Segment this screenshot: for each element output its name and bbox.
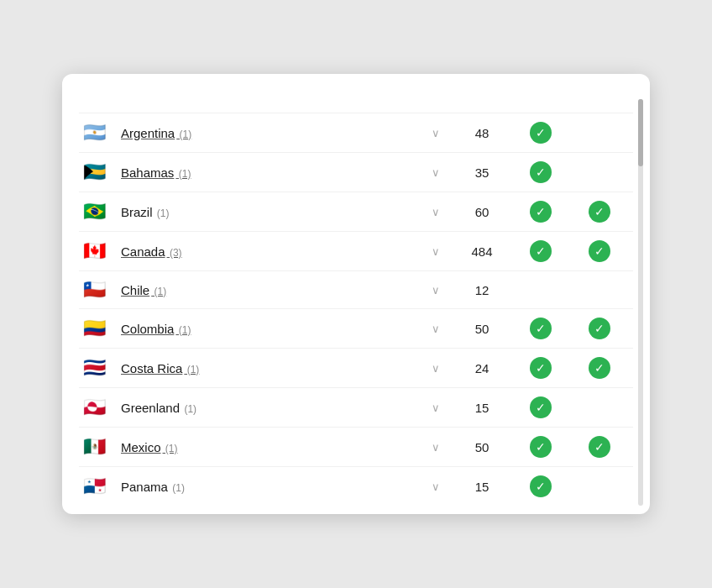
located-check-brazil: ✓ bbox=[589, 201, 610, 223]
country-cell-costa-rica: 🇨🇷Costa Rica (1) bbox=[79, 349, 423, 388]
country-cell-canada: 🇨🇦Canada (3) bbox=[79, 232, 423, 271]
city-count-bahamas: (1) bbox=[175, 168, 191, 180]
table-row: 🇧🇷Brazil (1)∨60✓✓ bbox=[79, 192, 633, 232]
flag-argentina: 🇦🇷 bbox=[79, 123, 109, 143]
p2p-costa-rica: ✓ bbox=[516, 349, 566, 388]
country-label-argentina: Argentina bbox=[121, 126, 175, 140]
p2p-chile bbox=[516, 271, 566, 309]
country-name-bahamas[interactable]: Bahamas (1) bbox=[121, 165, 191, 180]
table-row: 🇲🇽Mexico (1)∨50✓✓ bbox=[79, 428, 633, 467]
country-label-panama: Panama bbox=[121, 480, 168, 494]
chevron-canada[interactable]: ∨ bbox=[423, 232, 448, 271]
p2p-check-brazil: ✓ bbox=[530, 201, 552, 223]
p2p-bahamas: ✓ bbox=[516, 153, 566, 192]
country-cell-argentina: 🇦🇷Argentina (1) bbox=[79, 113, 423, 153]
located-check-canada: ✓ bbox=[589, 240, 610, 262]
flag-mexico: 🇲🇽 bbox=[79, 437, 109, 457]
city-count-costa-rica: (1) bbox=[184, 364, 199, 375]
country-cell-brazil: 🇧🇷Brazil (1) bbox=[79, 192, 423, 232]
country-label-mexico: Mexico bbox=[121, 440, 161, 454]
country-label-bahamas: Bahamas bbox=[121, 165, 174, 180]
table-row: 🇦🇷Argentina (1)∨48✓ bbox=[79, 113, 633, 153]
chevron-greenland[interactable]: ∨ bbox=[423, 388, 448, 428]
country-name-chile[interactable]: Chile (1) bbox=[121, 283, 166, 297]
table-wrapper: 🇦🇷Argentina (1)∨48✓🇧🇸Bahamas (1)∨35✓🇧🇷Br… bbox=[62, 99, 650, 506]
p2p-canada: ✓ bbox=[516, 232, 566, 271]
p2p-check-mexico: ✓ bbox=[530, 436, 552, 458]
table-row: 🇨🇱Chile (1)∨12 bbox=[79, 271, 633, 309]
servers-costa-rica: 24 bbox=[448, 349, 516, 388]
located-bahamas bbox=[566, 153, 633, 192]
p2p-check-costa-rica: ✓ bbox=[530, 357, 552, 379]
chevron-argentina[interactable]: ∨ bbox=[423, 113, 448, 153]
country-name-colombia[interactable]: Colombia (1) bbox=[121, 322, 191, 336]
located-canada: ✓ bbox=[566, 232, 633, 271]
header-servers bbox=[448, 99, 516, 113]
country-name-costa-rica[interactable]: Costa Rica (1) bbox=[121, 361, 199, 375]
p2p-check-canada: ✓ bbox=[530, 240, 552, 262]
city-count-colombia: (1) bbox=[175, 324, 191, 336]
located-check-colombia: ✓ bbox=[589, 318, 610, 339]
flag-bahamas: 🇧🇸 bbox=[79, 162, 109, 182]
country-label-canada: Canada bbox=[121, 244, 165, 259]
country-label-brazil: Brazil bbox=[121, 205, 153, 219]
p2p-mexico: ✓ bbox=[516, 428, 566, 467]
servers-canada: 484 bbox=[448, 232, 516, 271]
flag-canada: 🇨🇦 bbox=[79, 241, 109, 261]
located-check-mexico: ✓ bbox=[589, 436, 610, 458]
flag-costa-rica: 🇨🇷 bbox=[79, 358, 109, 378]
chevron-brazil[interactable]: ∨ bbox=[423, 192, 448, 232]
located-costa-rica: ✓ bbox=[566, 349, 633, 388]
p2p-argentina: ✓ bbox=[516, 113, 566, 153]
p2p-brazil: ✓ bbox=[516, 192, 566, 232]
table-row: 🇨🇴Colombia (1)∨50✓✓ bbox=[79, 309, 633, 349]
city-count-chile: (1) bbox=[151, 286, 166, 297]
p2p-check-colombia: ✓ bbox=[530, 318, 552, 339]
servers-bahamas: 35 bbox=[448, 153, 516, 192]
p2p-check-argentina: ✓ bbox=[530, 122, 552, 144]
city-count-argentina: (1) bbox=[176, 129, 191, 140]
servers-colombia: 50 bbox=[448, 309, 516, 349]
country-name-canada[interactable]: Canada (3) bbox=[121, 244, 182, 259]
city-count-canada: (3) bbox=[167, 247, 182, 259]
main-card: 🇦🇷Argentina (1)∨48✓🇧🇸Bahamas (1)∨35✓🇧🇷Br… bbox=[62, 74, 650, 514]
header-chevron-spacer bbox=[423, 99, 448, 113]
header-p2p bbox=[516, 99, 566, 113]
country-cell-colombia: 🇨🇴Colombia (1) bbox=[79, 309, 423, 349]
scrollbar-thumb[interactable] bbox=[638, 99, 643, 166]
chevron-mexico[interactable]: ∨ bbox=[423, 428, 448, 467]
city-count-brazil: (1) bbox=[154, 207, 170, 219]
chevron-panama[interactable]: ∨ bbox=[423, 467, 448, 507]
servers-brazil: 60 bbox=[448, 192, 516, 232]
chevron-colombia[interactable]: ∨ bbox=[423, 309, 448, 349]
located-mexico: ✓ bbox=[566, 428, 633, 467]
country-name-mexico[interactable]: Mexico (1) bbox=[121, 440, 178, 454]
servers-mexico: 50 bbox=[448, 428, 516, 467]
p2p-panama: ✓ bbox=[516, 467, 566, 507]
p2p-greenland: ✓ bbox=[516, 388, 566, 428]
chevron-costa-rica[interactable]: ∨ bbox=[423, 349, 448, 388]
scrollbar-track bbox=[638, 99, 643, 506]
located-chile bbox=[566, 271, 633, 309]
country-label-greenland: Greenland bbox=[121, 401, 180, 415]
p2p-check-greenland: ✓ bbox=[530, 396, 552, 418]
servers-panama: 15 bbox=[448, 467, 516, 507]
header-located bbox=[566, 99, 633, 113]
country-cell-mexico: 🇲🇽Mexico (1) bbox=[79, 428, 423, 467]
flag-chile: 🇨🇱 bbox=[79, 280, 109, 300]
country-name-brazil: Brazil (1) bbox=[121, 205, 170, 219]
p2p-check-panama: ✓ bbox=[530, 475, 552, 497]
country-cell-panama: 🇵🇦Panama (1) bbox=[79, 467, 423, 507]
chevron-chile[interactable]: ∨ bbox=[423, 271, 448, 309]
country-label-colombia: Colombia bbox=[121, 322, 174, 336]
table-row: 🇵🇦Panama (1)∨15✓ bbox=[79, 467, 633, 507]
country-cell-greenland: 🇬🇱Greenland (1) bbox=[79, 388, 423, 428]
country-name-argentina[interactable]: Argentina (1) bbox=[121, 126, 191, 140]
flag-brazil: 🇧🇷 bbox=[79, 202, 109, 222]
table-row: 🇨🇦Canada (3)∨484✓✓ bbox=[79, 232, 633, 271]
chevron-bahamas[interactable]: ∨ bbox=[423, 153, 448, 192]
country-label-costa-rica: Costa Rica bbox=[121, 361, 182, 375]
flag-colombia: 🇨🇴 bbox=[79, 318, 109, 339]
country-label-chile: Chile bbox=[121, 283, 149, 297]
servers-argentina: 48 bbox=[448, 113, 516, 153]
